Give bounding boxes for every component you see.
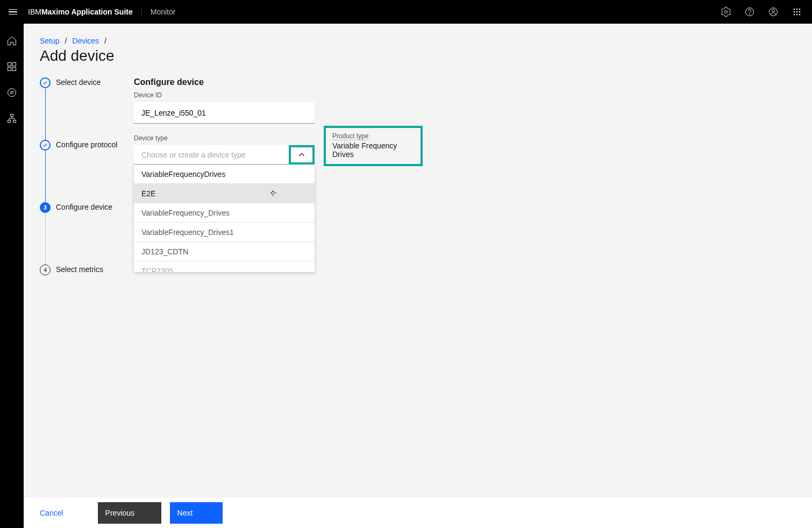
svg-point-8 bbox=[794, 11, 795, 13]
svg-point-7 bbox=[799, 9, 801, 10]
svg-point-11 bbox=[794, 14, 795, 16]
svg-point-13 bbox=[799, 14, 801, 16]
svg-point-4 bbox=[772, 9, 775, 12]
svg-point-0 bbox=[725, 11, 728, 13]
svg-point-6 bbox=[796, 9, 798, 10]
user-icon[interactable] bbox=[763, 1, 784, 23]
svg-point-12 bbox=[796, 14, 798, 16]
settings-icon[interactable] bbox=[715, 1, 737, 23]
header-divider bbox=[141, 8, 142, 16]
header-actions bbox=[715, 1, 808, 23]
svg-point-9 bbox=[796, 11, 798, 13]
help-icon[interactable] bbox=[739, 1, 760, 23]
header-section: Monitor bbox=[151, 8, 176, 16]
svg-point-5 bbox=[794, 9, 795, 10]
app-switcher-icon[interactable] bbox=[786, 1, 808, 23]
menu-icon[interactable] bbox=[9, 6, 19, 17]
brand-prefix: IBM bbox=[28, 8, 41, 16]
top-header: IBM Maximo Application Suite Monitor bbox=[0, 0, 812, 24]
svg-point-2 bbox=[750, 13, 750, 14]
brand-name: Maximo Application Suite bbox=[41, 8, 133, 16]
svg-point-10 bbox=[799, 11, 801, 13]
